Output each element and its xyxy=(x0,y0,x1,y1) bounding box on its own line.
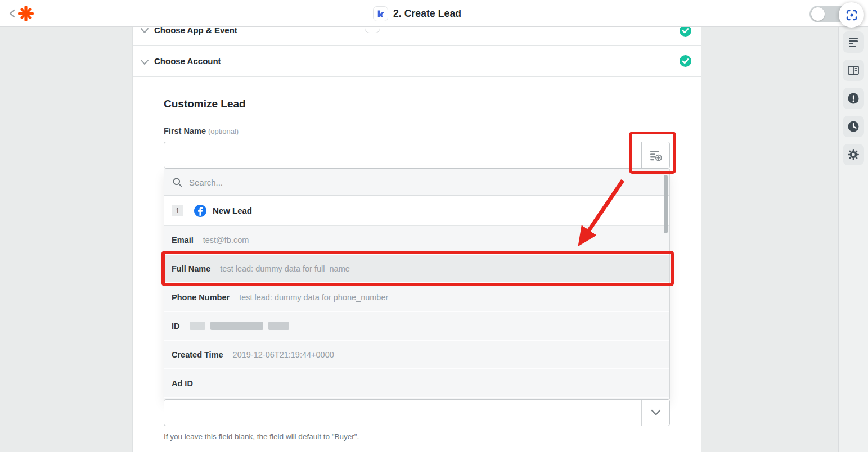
book-icon xyxy=(847,64,860,77)
zap-editor-page: { "topbar": { "title": "2. Create Lead" … xyxy=(0,0,868,452)
issues-button[interactable] xyxy=(843,88,864,109)
insert-data-button[interactable] xyxy=(641,142,669,168)
history-icon xyxy=(847,120,860,133)
option-label: Email xyxy=(172,236,194,245)
chevron-down-icon xyxy=(650,409,662,417)
status-complete-icon xyxy=(680,55,691,67)
field-label-first-name: First Name(optional) xyxy=(164,126,239,135)
dropdown-scrollbar[interactable] xyxy=(664,175,668,233)
chevron-down-icon xyxy=(140,59,149,66)
section-choose-app-event[interactable]: Choose App & Event xyxy=(133,27,701,46)
capture-frame-icon xyxy=(844,8,859,22)
source-step-name: New Lead xyxy=(213,206,252,215)
facebook-icon xyxy=(194,205,206,217)
history-button[interactable] xyxy=(843,116,864,137)
step-number-badge: 1 xyxy=(172,205,183,216)
app-step-icon xyxy=(373,6,388,21)
option-row-email[interactable]: Email test@fb.com xyxy=(164,226,669,255)
option-value: 2019-12-06T21:19:44+0000 xyxy=(233,350,334,359)
section-heading: Customize Lead xyxy=(164,98,246,110)
option-label: ID xyxy=(172,322,180,331)
option-value: test lead: dummy data for full_name xyxy=(220,264,350,273)
step-connector-notch xyxy=(365,27,380,33)
first-name-input[interactable] xyxy=(164,142,670,169)
redacted-block xyxy=(268,322,289,330)
buyer-select-field[interactable] xyxy=(164,399,670,426)
option-row-created-time[interactable]: Created Time 2019-12-06T21:19:44+0000 xyxy=(164,341,669,369)
option-row-phone-number[interactable]: Phone Number test lead: dummy data for p… xyxy=(164,283,669,312)
section-label: Choose Account xyxy=(154,56,221,66)
option-row-full-name[interactable]: Full Name test lead: dummy data for full… xyxy=(164,255,669,283)
alert-icon xyxy=(847,92,860,105)
redacted-block xyxy=(210,322,263,330)
select-caret-button[interactable] xyxy=(641,400,669,426)
option-label: Phone Number xyxy=(172,293,230,302)
step-title-group: 2. Create Lead xyxy=(0,0,834,27)
field-picker-dropdown: 1 New Lead Email test@fb.com Full Name t… xyxy=(164,169,670,399)
redacted-block xyxy=(190,322,205,330)
notes-button[interactable] xyxy=(843,31,864,53)
step-editor-panel: Choose App & Event Choose Account Custom… xyxy=(132,27,701,452)
option-label: Full Name xyxy=(172,264,210,273)
settings-button[interactable] xyxy=(843,144,864,165)
chevron-down-icon xyxy=(140,28,149,34)
lead-app-glyph-icon xyxy=(375,8,386,19)
search-input[interactable] xyxy=(189,178,669,187)
field-helper-text: If you leave this field blank, the field… xyxy=(164,432,359,441)
option-value: test@fb.com xyxy=(203,236,249,245)
field-optional-text: (optional) xyxy=(208,127,239,135)
option-label: Created Time xyxy=(172,350,223,359)
section-choose-account[interactable]: Choose Account xyxy=(133,46,701,77)
option-row-ad-id[interactable]: Ad ID xyxy=(164,369,669,398)
top-bar: 2. Create Lead xyxy=(0,0,868,27)
search-icon xyxy=(172,177,183,188)
redacted-value xyxy=(190,322,289,330)
field-label-text: First Name xyxy=(164,126,206,135)
right-toolbar xyxy=(838,27,868,452)
insert-field-icon xyxy=(649,148,663,162)
option-row-id[interactable]: ID xyxy=(164,312,669,341)
source-step-row[interactable]: 1 New Lead xyxy=(164,196,669,226)
screenshot-capture-button[interactable] xyxy=(839,2,864,28)
toggle-knob xyxy=(811,7,825,21)
docs-button[interactable] xyxy=(843,60,864,81)
page-title: 2. Create Lead xyxy=(393,8,461,20)
option-label: Ad ID xyxy=(172,379,193,388)
dropdown-search-row xyxy=(164,169,669,196)
gear-icon xyxy=(847,148,860,161)
option-value: test lead: dummy data for phone_number xyxy=(239,293,388,302)
notes-icon xyxy=(847,36,860,48)
